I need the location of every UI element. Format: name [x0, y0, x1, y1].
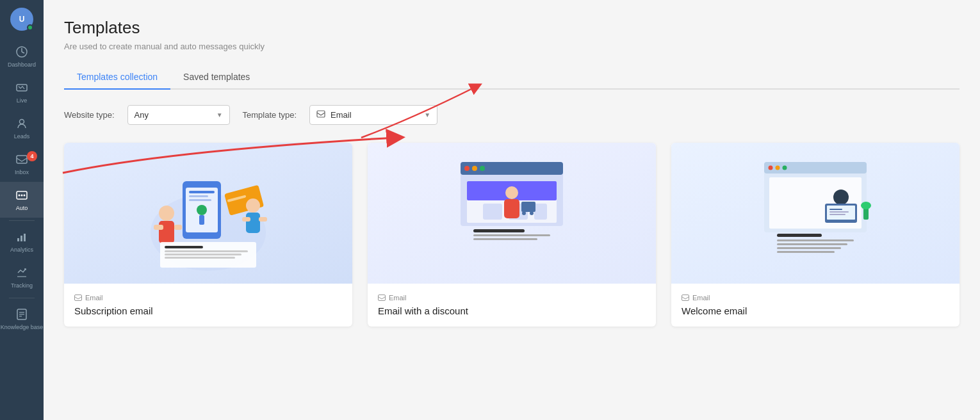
sidebar-item-label: Analytics: [10, 246, 33, 253]
svg-rect-52: [473, 229, 525, 232]
svg-rect-28: [246, 213, 260, 233]
svg-rect-53: [473, 234, 550, 236]
sidebar-item-inbox[interactable]: 4 Inbox: [0, 146, 44, 182]
svg-point-62: [833, 190, 849, 205]
chevron-down-icon-2: ▼: [424, 111, 430, 118]
sidebar-divider-2: [9, 298, 35, 298]
sidebar-item-auto[interactable]: Auto: [0, 182, 44, 218]
svg-point-39: [464, 166, 470, 171]
svg-rect-74: [777, 251, 835, 253]
svg-rect-9: [20, 236, 22, 241]
svg-point-19: [197, 205, 207, 215]
svg-rect-46: [534, 204, 547, 220]
svg-rect-71: [777, 239, 854, 241]
cards-grid: Email Subscription email: [64, 143, 960, 327]
sidebar-item-live[interactable]: Live: [0, 74, 44, 110]
website-type-value: Any: [135, 110, 149, 120]
svg-point-69: [861, 202, 871, 209]
card-image-1: [64, 143, 352, 284]
tab-templates-collection[interactable]: Templates collection: [64, 65, 170, 90]
card-type-label-3: Email: [692, 294, 710, 302]
template-type-select[interactable]: Email ▼: [309, 105, 437, 125]
website-type-label: Website type:: [64, 110, 115, 120]
content-area: Templates Are used to create manual and …: [44, 0, 980, 420]
card-title-2: Email with a discount: [378, 305, 646, 316]
svg-rect-8: [17, 238, 19, 241]
svg-point-23: [159, 206, 174, 221]
chevron-down-icon: ▼: [216, 111, 223, 118]
svg-rect-54: [473, 238, 537, 240]
sidebar-item-leads[interactable]: Leads: [0, 110, 44, 146]
svg-rect-18: [189, 199, 211, 201]
card-type-1: Email: [74, 294, 342, 302]
sidebar-item-analytics[interactable]: Analytics: [0, 223, 44, 259]
tab-saved-templates[interactable]: Saved templates: [170, 65, 263, 90]
svg-rect-26: [174, 225, 182, 230]
card-type-3: Email: [682, 294, 949, 302]
sidebar-divider-1: [9, 220, 35, 221]
svg-rect-44: [483, 204, 502, 220]
sidebar-item-label: Auto: [16, 205, 28, 211]
live-icon: [15, 81, 29, 95]
card-body-2: Email Email with a discount: [368, 284, 656, 327]
svg-rect-72: [777, 243, 847, 245]
svg-rect-70: [777, 234, 822, 237]
inbox-badge: 4: [27, 151, 37, 161]
svg-rect-32: [165, 246, 203, 248]
svg-rect-49: [521, 202, 535, 212]
svg-rect-66: [829, 211, 849, 213]
svg-rect-16: [189, 191, 215, 193]
svg-rect-10: [24, 234, 26, 241]
sidebar-item-label: Live: [17, 97, 28, 104]
sidebar-item-label: Tracking: [11, 282, 33, 289]
svg-rect-12: [317, 111, 325, 117]
svg-point-59: [776, 166, 780, 170]
svg-rect-25: [154, 225, 163, 230]
card-type-2: Email: [378, 294, 646, 302]
website-type-select[interactable]: Any ▼: [127, 105, 230, 125]
avatar[interactable]: U: [10, 8, 33, 31]
sidebar-item-label: Inbox: [15, 169, 29, 175]
card-body-3: Email Welcome email: [671, 284, 960, 327]
template-type-value: Email: [331, 110, 352, 120]
card-image-2: [368, 143, 656, 284]
svg-rect-29: [242, 217, 250, 222]
svg-point-47: [505, 186, 518, 199]
svg-rect-35: [165, 257, 235, 259]
svg-rect-20: [199, 215, 204, 225]
template-type-label: Template type:: [243, 110, 297, 120]
card-welcome-email[interactable]: Email Welcome email: [671, 143, 960, 327]
svg-rect-48: [504, 199, 519, 218]
svg-rect-65: [829, 209, 842, 210]
card-title-3: Welcome email: [682, 305, 949, 316]
tracking-icon: [15, 266, 29, 280]
svg-rect-33: [165, 250, 248, 252]
main-content: Templates Are used to create manual and …: [44, 0, 980, 420]
sidebar: U Dashboard Live Lea: [0, 0, 44, 420]
page-title: Templates: [64, 18, 960, 38]
card-discount-email[interactable]: Email Email with a discount: [368, 143, 656, 327]
tabs-container: Templates collection Saved templates: [64, 65, 960, 90]
svg-point-50: [522, 211, 526, 215]
svg-point-40: [472, 166, 477, 171]
sidebar-item-dashboard[interactable]: Dashboard: [0, 38, 44, 74]
auto-icon: [15, 188, 29, 202]
sidebar-item-label: Knowledge base: [1, 324, 44, 331]
svg-rect-30: [259, 217, 267, 222]
card-type-label-1: Email: [85, 294, 103, 302]
analytics-icon: [15, 230, 29, 244]
svg-point-5: [19, 195, 20, 197]
page-subtitle: Are used to create manual and auto messa…: [64, 42, 960, 51]
card-type-label-2: Email: [389, 294, 407, 302]
svg-point-27: [246, 198, 260, 213]
online-indicator: [27, 24, 33, 31]
card-subscription-email[interactable]: Email Subscription email: [64, 143, 352, 327]
knowledge-icon: [15, 307, 29, 321]
svg-point-51: [530, 211, 534, 215]
sidebar-item-tracking[interactable]: Tracking: [0, 259, 44, 295]
svg-point-6: [21, 195, 23, 197]
svg-rect-73: [777, 247, 841, 249]
sidebar-item-knowledge-base[interactable]: Knowledge base: [0, 301, 44, 337]
card-title-1: Subscription email: [74, 305, 342, 316]
svg-rect-67: [829, 214, 845, 215]
